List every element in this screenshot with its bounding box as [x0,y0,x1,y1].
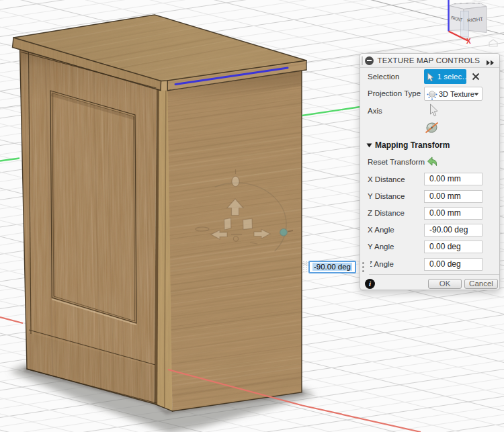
svg-text:X: X [466,38,471,45]
